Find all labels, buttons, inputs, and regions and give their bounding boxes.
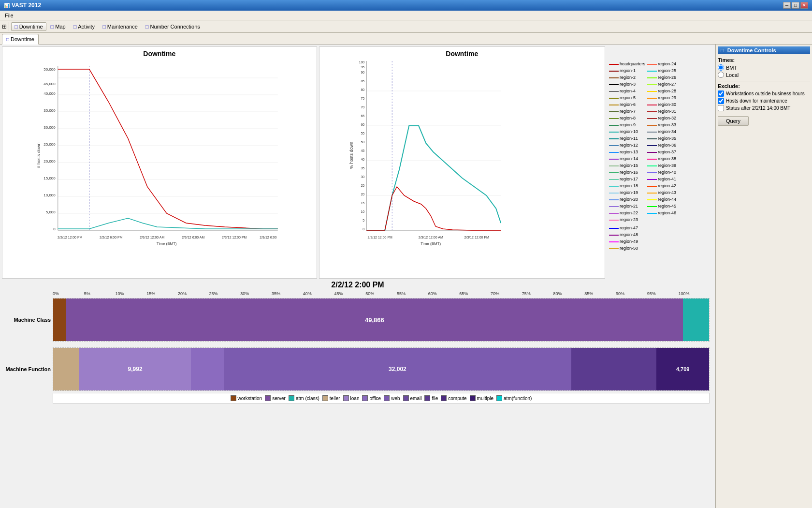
legend-r44: region-44	[647, 196, 680, 203]
svg-text:40: 40	[361, 158, 364, 161]
workstations-checkbox[interactable]	[718, 90, 724, 97]
svg-text:2/3/12 12:00 AM: 2/3/12 12:00 AM	[140, 236, 164, 239]
svg-text:Time (BMT): Time (BMT)	[420, 241, 441, 246]
legend-r2: region-2	[609, 75, 645, 81]
file-swatch	[424, 395, 430, 401]
hostsdown-check-label: Hosts down for maintenance	[726, 98, 787, 104]
svg-text:75: 75	[361, 97, 364, 100]
menu-bar: File	[0, 11, 812, 20]
svg-text:65: 65	[361, 114, 364, 118]
svg-text:2/3/12 6:00 AM: 2/3/12 6:00 AM	[182, 236, 204, 239]
legend-r28: region-28	[647, 88, 680, 94]
legend-r1: region-1	[609, 68, 645, 74]
legend-r11: region-11	[609, 135, 645, 142]
local-label: Local	[726, 72, 739, 78]
loan-swatch	[343, 395, 349, 401]
svg-text:25,000: 25,000	[44, 142, 56, 147]
legend-r33: region-33	[647, 122, 680, 128]
menu-file[interactable]: File	[2, 12, 16, 19]
app-icon: 📊	[4, 3, 10, 8]
svg-text:Time (BMT): Time (BMT)	[157, 241, 177, 246]
legend-email: email	[403, 395, 422, 401]
bottom-legend: workstation server atm (class) teller lo…	[53, 393, 710, 403]
svg-text:100: 100	[359, 60, 364, 64]
bmt-radio[interactable]	[718, 64, 724, 71]
svg-text:30,000: 30,000	[44, 125, 56, 130]
toolbar-downtime[interactable]: □ Downtime	[11, 22, 46, 31]
minimize-button[interactable]: ─	[783, 2, 791, 9]
multiple-swatch	[470, 395, 476, 401]
toolbar-maintenance[interactable]: □ Maintenance	[99, 22, 141, 31]
server-segment: 49,866	[66, 299, 683, 341]
left-y-axis-label: # hosts down	[36, 142, 41, 168]
legend-r19: region-19	[609, 190, 645, 196]
svg-text:70: 70	[361, 105, 364, 109]
bmt-radio-item[interactable]: BMT	[718, 64, 810, 71]
legend-col-1: headquarters region-1 region-2 region-3 …	[609, 61, 645, 223]
legend-server: server	[265, 395, 286, 401]
toolbar-separator	[9, 22, 9, 31]
region-legend-list: headquarters region-1 region-2 region-3 …	[609, 61, 711, 252]
svg-text:30: 30	[361, 175, 364, 179]
local-radio-item[interactable]: Local	[718, 72, 810, 78]
legend-r8: region-8	[609, 115, 645, 121]
atm-class-segment	[683, 299, 709, 341]
toolbar-grid-icon: ⊞	[2, 23, 7, 30]
legend-r27: region-27	[647, 81, 680, 88]
legend-r9: region-9	[609, 122, 645, 128]
web-value: 32,002	[389, 366, 406, 373]
atm-func-swatch	[496, 395, 502, 401]
hostsdown-checkbox[interactable]	[718, 98, 724, 104]
right-panel: □ Downtime Controls Times: BMT Local Exc…	[715, 45, 812, 508]
svg-text:40,000: 40,000	[44, 91, 56, 96]
hostsdown-check-item[interactable]: Hosts down for maintenance	[718, 98, 810, 104]
datetime-label: 2/2/12 2:00 PM	[2, 281, 713, 289]
toolbar-map[interactable]: □ Map	[47, 22, 69, 31]
status-checkbox[interactable]	[718, 105, 724, 111]
query-button[interactable]: Query	[718, 116, 749, 126]
multiple-segment: 4,709	[656, 348, 709, 390]
machine-class-label: Machine Class	[2, 317, 51, 323]
left-chart-title: Downtime	[2, 47, 317, 59]
legend-col-3: region-47 region-48 region-49 region-50	[609, 225, 642, 252]
left-chart-svg: # hosts down 0 5,000 10,000 15,000 20,00…	[2, 59, 317, 247]
title-bar-left: 📊 VAST 2012	[4, 2, 41, 9]
loan-value: 9,992	[128, 366, 143, 373]
tab-icon: □	[6, 37, 9, 42]
legend-r48: region-48	[609, 232, 642, 238]
legend-office: office	[362, 395, 381, 401]
legend-col-2: region-24 region-25 region-26 region-27 …	[647, 61, 680, 223]
legend-web: web	[384, 395, 400, 401]
svg-text:2/3/12 12:00 AM: 2/3/12 12:00 AM	[418, 236, 443, 239]
legend-r5: region-5	[609, 95, 645, 101]
svg-text:2/3/12 12:00 PM: 2/3/12 12:00 PM	[222, 236, 247, 239]
legend-compute: compute	[441, 395, 466, 401]
workstations-check-item[interactable]: Workstations outside business hours	[718, 90, 810, 97]
local-radio[interactable]	[718, 72, 724, 78]
svg-text:90: 90	[361, 71, 364, 74]
svg-text:5,000: 5,000	[46, 210, 56, 214]
loan-segment: 9,992	[79, 348, 191, 390]
toolbar-numconn[interactable]: □ Number Connections	[142, 22, 203, 31]
tab-downtime[interactable]: □ Downtime	[2, 34, 39, 45]
status-check-label: Status after 2/2/12 14:00 BMT	[726, 105, 790, 111]
teller-swatch	[322, 395, 328, 401]
map-icon: □	[51, 24, 54, 30]
legend-r23: region-23	[609, 217, 645, 223]
legend-r30: region-30	[647, 102, 680, 108]
legend-r38: region-38	[647, 156, 680, 162]
legend-r16: region-16	[609, 169, 645, 176]
close-button[interactable]: ✕	[800, 2, 808, 9]
legend-r12: region-12	[609, 142, 645, 149]
maximize-button[interactable]: □	[792, 2, 799, 9]
svg-text:80: 80	[361, 88, 364, 91]
legend-r34: region-34	[647, 129, 680, 135]
legend-r7: region-7	[609, 108, 645, 115]
legend-r3: region-3	[609, 81, 645, 88]
svg-text:85: 85	[361, 79, 364, 83]
legend-r13: region-13	[609, 149, 645, 155]
workstation-segment	[53, 299, 66, 341]
status-check-item[interactable]: Status after 2/2/12 14:00 BMT	[718, 105, 810, 111]
toolbar-activity[interactable]: □ Activity	[70, 22, 99, 31]
workstations-check-label: Workstations outside business hours	[726, 91, 805, 96]
